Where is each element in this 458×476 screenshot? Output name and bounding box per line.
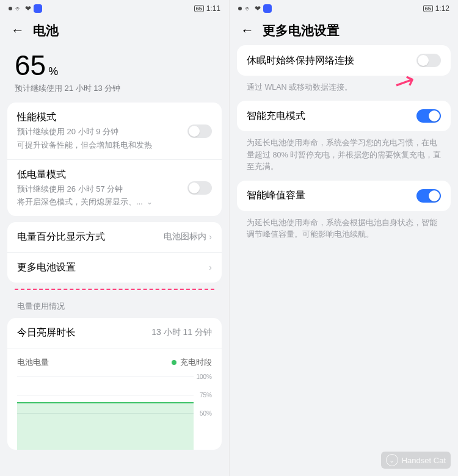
usage-card: 今日亮屏时长 13 小时 11 分钟 电池电量 充电时段 100% 75% 50… — [7, 318, 222, 450]
chart-legend: 充电时段 — [172, 357, 212, 368]
battery-chart: 100% 75% 50% — [17, 377, 212, 450]
low-sub1: 预计继续使用 26 小时 57 分钟 — [17, 184, 180, 195]
back-icon[interactable]: ← — [241, 23, 254, 38]
highlight-underline — [15, 289, 214, 290]
header: ← 更多电池设置 — [230, 17, 458, 45]
content: 休眠时始终保持网络连接 通过 WLAN 或移动数据连接。 ↗ 智能充电模式 为延… — [230, 45, 458, 248]
status-right: 65 1:11 — [194, 4, 220, 13]
watermark-text: Handset Cat — [402, 456, 446, 465]
usage-section-label: 电量使用情况 — [7, 297, 222, 318]
back-icon[interactable]: ← — [11, 23, 24, 38]
row-smart-charge[interactable]: 智能充电模式 — [237, 101, 451, 131]
smart-charge-title: 智能充电模式 — [247, 110, 305, 123]
smart-peak-desc: 为延长电池使用寿命，系统会根据电池自身状态，智能调节峰值容量。可能影响电池续航。 — [237, 217, 451, 248]
settings-card: 电量百分比显示方式 电池图标内 › 更多电池设置 › — [7, 222, 222, 283]
low-sub2-text: 将开启深色模式，关闭熄屏显示、... — [17, 197, 143, 207]
sleep-network-card: 休眠时始终保持网络连接 — [237, 45, 451, 76]
smart-charge-desc: 为延长电池使用寿命，系统会学习您的充电习惯，在电量超过 80% 时暂停充电，并根… — [237, 137, 451, 180]
row-low-power-mode[interactable]: 低电量模式 预计继续使用 26 小时 57 分钟 将开启深色模式，关闭熄屏显示、… — [7, 159, 222, 215]
status-time: 1:12 — [435, 4, 449, 13]
heart-icon: ❤ — [255, 4, 261, 13]
more-settings-title: 更多电池设置 — [17, 261, 76, 274]
status-bar: ᯤ ❤ 65 1:12 — [230, 0, 458, 17]
modes-card: 性能模式 预计继续使用 20 小时 9 分钟 可提升设备性能，但会增加耗电和发热… — [7, 103, 222, 216]
watermark: ⌄ Handset Cat — [381, 452, 451, 469]
page-title: 电池 — [33, 22, 59, 39]
phone-left: ᯤ ❤ 65 1:11 ← 电池 65 % 预计继续使用 21 小时 13 分钟… — [0, 0, 229, 476]
legend-dot-icon — [172, 360, 176, 365]
smart-peak-toggle[interactable] — [416, 189, 441, 203]
percent-display-value: 电池图标内 › — [164, 231, 212, 242]
heart-icon: ❤ — [25, 4, 31, 13]
row-smart-peak[interactable]: 智能峰值容量 — [237, 181, 451, 211]
app-icon — [263, 4, 272, 13]
status-left: ᯤ ❤ — [9, 4, 42, 13]
row-screen-time[interactable]: 今日亮屏时长 13 小时 11 分钟 — [7, 318, 222, 348]
row-sleep-network[interactable]: 休眠时始终保持网络连接 — [237, 45, 451, 76]
perf-sub1: 预计继续使用 20 小时 9 分钟 — [17, 126, 180, 137]
sleep-network-toggle[interactable] — [416, 54, 441, 67]
status-dot-icon — [9, 7, 12, 10]
low-title: 低电量模式 — [17, 168, 180, 181]
ytick-75: 75% — [200, 391, 212, 398]
status-dot-icon — [238, 7, 242, 10]
status-left: ᯤ ❤ — [238, 4, 272, 13]
status-right: 65 1:12 — [423, 4, 449, 13]
phone-right: ᯤ ❤ 65 1:12 ← 更多电池设置 休眠时始终保持网络连接 通过 WLAN… — [229, 0, 458, 476]
smart-charge-toggle[interactable] — [416, 109, 441, 123]
low-sub2: 将开启深色模式，关闭熄屏显示、... ⌄ — [17, 197, 180, 207]
row-performance-mode[interactable]: 性能模式 预计继续使用 20 小时 9 分钟 可提升设备性能，但会增加耗电和发热 — [7, 103, 222, 159]
low-toggle[interactable] — [187, 181, 212, 195]
percent-symbol: % — [48, 65, 58, 78]
smart-peak-card: 智能峰值容量 — [237, 181, 451, 211]
wifi-icon: ᯤ — [15, 4, 23, 13]
chevron-down-icon[interactable]: ⌄ — [147, 198, 153, 206]
smart-peak-title: 智能峰值容量 — [247, 189, 305, 202]
page-title: 更多电池设置 — [263, 22, 340, 39]
battery-hero: 65 % 预计继续使用 21 小时 13 分钟 — [7, 45, 222, 103]
ytick-100: 100% — [196, 373, 212, 380]
app-icon — [34, 4, 42, 13]
chevron-right-icon: › — [209, 232, 212, 242]
chart-label: 电池电量 — [17, 357, 49, 368]
perf-sub2: 可提升设备性能，但会增加耗电和发热 — [17, 140, 180, 151]
watermark-icon: ⌄ — [386, 454, 398, 466]
smart-charge-card: 智能充电模式 — [237, 101, 451, 131]
percent-display-title: 电量百分比显示方式 — [17, 231, 105, 243]
battery-percent: 65 % — [15, 49, 58, 82]
perf-toggle[interactable] — [187, 124, 212, 138]
screen-time-title: 今日亮屏时长 — [17, 326, 76, 339]
status-time: 1:11 — [206, 4, 220, 13]
chart-fill — [17, 402, 194, 450]
sleep-network-title: 休眠时始终保持网络连接 — [247, 54, 354, 67]
battery-estimate: 预计继续使用 21 小时 13 分钟 — [15, 83, 214, 94]
row-more-battery-settings[interactable]: 更多电池设置 › — [7, 252, 222, 283]
battery-icon: 65 — [423, 5, 433, 12]
legend-text: 充电时段 — [180, 357, 212, 368]
percent-display-value-text: 电池图标内 — [164, 231, 206, 242]
chevron-right-icon: › — [209, 262, 212, 272]
screen-time-value: 13 小时 11 分钟 — [151, 327, 212, 338]
perf-title: 性能模式 — [17, 111, 180, 124]
status-bar: ᯤ ❤ 65 1:11 — [0, 0, 229, 17]
sleep-network-desc: 通过 WLAN 或移动数据连接。 — [237, 82, 451, 101]
header: ← 电池 — [0, 17, 229, 45]
ytick-50: 50% — [200, 409, 212, 416]
battery-percent-value: 65 — [15, 49, 46, 82]
content: 65 % 预计继续使用 21 小时 13 分钟 性能模式 预计继续使用 20 小… — [0, 45, 229, 450]
row-chart-header: 电池电量 充电时段 — [7, 348, 222, 370]
wifi-icon: ᯤ — [244, 4, 252, 13]
battery-icon: 65 — [194, 5, 204, 12]
row-percent-display[interactable]: 电量百分比显示方式 电池图标内 › — [7, 222, 222, 252]
